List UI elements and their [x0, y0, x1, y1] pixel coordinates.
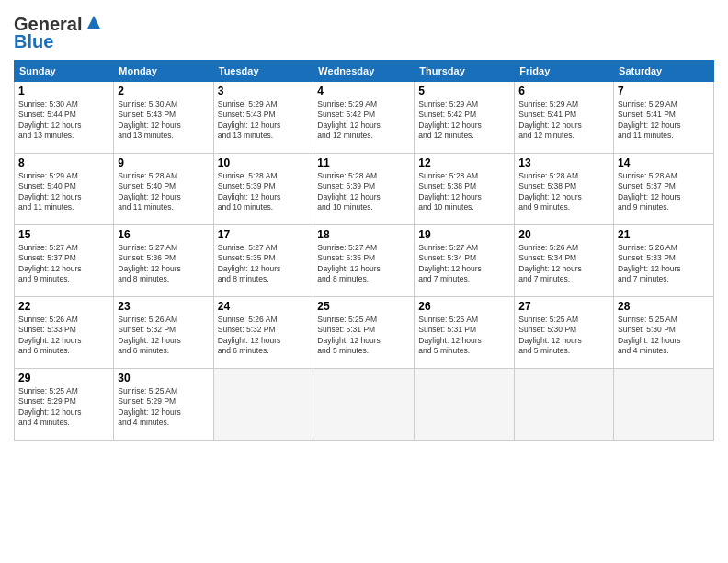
- day-cell-25: 25 Sunrise: 5:25 AM Sunset: 5:31 PM Dayl…: [313, 297, 415, 369]
- day-cell-20: 20 Sunrise: 5:26 AM Sunset: 5:34 PM Dayl…: [515, 225, 614, 297]
- day-number: 2: [118, 85, 209, 98]
- day-number: 17: [218, 228, 310, 241]
- day-number: 11: [317, 156, 410, 169]
- header: General Blue: [14, 14, 714, 52]
- day-cell-18: 18 Sunrise: 5:27 AM Sunset: 5:35 PM Dayl…: [313, 225, 415, 297]
- day-info: Sunrise: 5:25 AM Sunset: 5:29 PM Dayligh…: [18, 386, 109, 429]
- day-cell-2: 2 Sunrise: 5:30 AM Sunset: 5:43 PM Dayli…: [114, 82, 213, 154]
- day-number: 8: [18, 156, 109, 169]
- day-number: 7: [618, 85, 710, 98]
- day-cell-1: 1 Sunrise: 5:30 AM Sunset: 5:44 PM Dayli…: [15, 82, 114, 154]
- day-cell-6: 6 Sunrise: 5:29 AM Sunset: 5:41 PM Dayli…: [515, 82, 614, 154]
- day-info: Sunrise: 5:29 AM Sunset: 5:40 PM Dayligh…: [18, 171, 109, 213]
- day-info: Sunrise: 5:30 AM Sunset: 5:43 PM Dayligh…: [118, 99, 209, 142]
- day-cell-28: 28 Sunrise: 5:25 AM Sunset: 5:30 PM Dayl…: [614, 297, 714, 369]
- day-info: Sunrise: 5:29 AM Sunset: 5:41 PM Dayligh…: [618, 99, 710, 142]
- day-number: 16: [118, 228, 209, 241]
- calendar-row: 29 Sunrise: 5:25 AM Sunset: 5:29 PM Dayl…: [15, 369, 714, 441]
- day-cell-27: 27 Sunrise: 5:25 AM Sunset: 5:30 PM Dayl…: [515, 297, 614, 369]
- day-cell-4: 4 Sunrise: 5:29 AM Sunset: 5:42 PM Dayli…: [313, 82, 415, 154]
- day-cell-11: 11 Sunrise: 5:28 AM Sunset: 5:39 PM Dayl…: [313, 154, 415, 225]
- header-wednesday: Wednesday: [313, 61, 415, 82]
- day-info: Sunrise: 5:28 AM Sunset: 5:37 PM Dayligh…: [618, 171, 710, 213]
- day-cell-3: 3 Sunrise: 5:29 AM Sunset: 5:43 PM Dayli…: [213, 82, 313, 154]
- day-info: Sunrise: 5:30 AM Sunset: 5:44 PM Dayligh…: [18, 99, 109, 142]
- day-info: Sunrise: 5:26 AM Sunset: 5:32 PM Dayligh…: [218, 315, 310, 357]
- day-info: Sunrise: 5:27 AM Sunset: 5:35 PM Dayligh…: [218, 243, 310, 285]
- day-info: Sunrise: 5:29 AM Sunset: 5:42 PM Dayligh…: [418, 99, 510, 142]
- day-number: 21: [618, 228, 710, 241]
- day-info: Sunrise: 5:25 AM Sunset: 5:31 PM Dayligh…: [317, 315, 410, 357]
- weekday-header-row: Sunday Monday Tuesday Wednesday Thursday…: [15, 61, 714, 82]
- header-tuesday: Tuesday: [213, 61, 313, 82]
- day-number: 19: [418, 228, 510, 241]
- day-cell-14: 14 Sunrise: 5:28 AM Sunset: 5:37 PM Dayl…: [614, 154, 714, 225]
- day-info: Sunrise: 5:25 AM Sunset: 5:30 PM Dayligh…: [518, 315, 609, 357]
- day-info: Sunrise: 5:29 AM Sunset: 5:42 PM Dayligh…: [317, 99, 410, 142]
- day-info: Sunrise: 5:27 AM Sunset: 5:34 PM Dayligh…: [418, 243, 510, 285]
- day-info: Sunrise: 5:28 AM Sunset: 5:38 PM Dayligh…: [518, 171, 609, 213]
- day-number: 26: [418, 300, 510, 313]
- day-cell-12: 12 Sunrise: 5:28 AM Sunset: 5:38 PM Dayl…: [415, 154, 515, 225]
- day-cell-26: 26 Sunrise: 5:25 AM Sunset: 5:31 PM Dayl…: [415, 297, 515, 369]
- day-info: Sunrise: 5:25 AM Sunset: 5:29 PM Dayligh…: [118, 386, 209, 429]
- day-info: Sunrise: 5:29 AM Sunset: 5:43 PM Dayligh…: [218, 99, 310, 142]
- calendar-row: 22 Sunrise: 5:26 AM Sunset: 5:33 PM Dayl…: [15, 297, 714, 369]
- day-number: 30: [118, 372, 209, 385]
- day-number: 6: [518, 85, 609, 98]
- day-info: Sunrise: 5:28 AM Sunset: 5:39 PM Dayligh…: [218, 171, 310, 213]
- day-number: 27: [518, 300, 609, 313]
- day-cell-21: 21 Sunrise: 5:26 AM Sunset: 5:33 PM Dayl…: [614, 225, 714, 297]
- calendar-table: Sunday Monday Tuesday Wednesday Thursday…: [14, 60, 714, 441]
- day-number: 9: [118, 156, 209, 169]
- day-info: Sunrise: 5:27 AM Sunset: 5:36 PM Dayligh…: [118, 243, 209, 285]
- day-cell-23: 23 Sunrise: 5:26 AM Sunset: 5:32 PM Dayl…: [114, 297, 213, 369]
- day-number: 29: [18, 372, 109, 385]
- day-cell-19: 19 Sunrise: 5:27 AM Sunset: 5:34 PM Dayl…: [415, 225, 515, 297]
- day-number: 13: [518, 156, 609, 169]
- day-cell-10: 10 Sunrise: 5:28 AM Sunset: 5:39 PM Dayl…: [213, 154, 313, 225]
- day-info: Sunrise: 5:27 AM Sunset: 5:35 PM Dayligh…: [317, 243, 410, 285]
- empty-cell: [614, 369, 714, 441]
- day-cell-22: 22 Sunrise: 5:26 AM Sunset: 5:33 PM Dayl…: [15, 297, 114, 369]
- day-cell-17: 17 Sunrise: 5:27 AM Sunset: 5:35 PM Dayl…: [213, 225, 313, 297]
- day-info: Sunrise: 5:28 AM Sunset: 5:38 PM Dayligh…: [418, 171, 510, 213]
- day-info: Sunrise: 5:26 AM Sunset: 5:33 PM Dayligh…: [18, 315, 109, 357]
- day-cell-16: 16 Sunrise: 5:27 AM Sunset: 5:36 PM Dayl…: [114, 225, 213, 297]
- day-number: 18: [317, 228, 410, 241]
- day-cell-8: 8 Sunrise: 5:29 AM Sunset: 5:40 PM Dayli…: [15, 154, 114, 225]
- empty-cell: [313, 369, 415, 441]
- logo-icon: [84, 12, 104, 32]
- day-number: 1: [18, 85, 109, 98]
- day-number: 3: [218, 85, 310, 98]
- day-number: 24: [218, 300, 310, 313]
- empty-cell: [515, 369, 614, 441]
- day-info: Sunrise: 5:29 AM Sunset: 5:41 PM Dayligh…: [518, 99, 609, 142]
- empty-cell: [415, 369, 515, 441]
- day-number: 22: [18, 300, 109, 313]
- day-number: 14: [618, 156, 710, 169]
- day-number: 5: [418, 85, 510, 98]
- header-friday: Friday: [515, 61, 614, 82]
- day-number: 12: [418, 156, 510, 169]
- day-info: Sunrise: 5:28 AM Sunset: 5:40 PM Dayligh…: [118, 171, 209, 213]
- day-cell-13: 13 Sunrise: 5:28 AM Sunset: 5:38 PM Dayl…: [515, 154, 614, 225]
- svg-marker-0: [87, 16, 100, 29]
- header-saturday: Saturday: [614, 61, 714, 82]
- logo: General Blue: [14, 14, 104, 52]
- day-number: 10: [218, 156, 310, 169]
- day-number: 23: [118, 300, 209, 313]
- day-info: Sunrise: 5:25 AM Sunset: 5:30 PM Dayligh…: [618, 315, 710, 357]
- day-info: Sunrise: 5:26 AM Sunset: 5:32 PM Dayligh…: [118, 315, 209, 357]
- day-info: Sunrise: 5:26 AM Sunset: 5:34 PM Dayligh…: [518, 243, 609, 285]
- day-info: Sunrise: 5:28 AM Sunset: 5:39 PM Dayligh…: [317, 171, 410, 213]
- day-number: 20: [518, 228, 609, 241]
- day-cell-29: 29 Sunrise: 5:25 AM Sunset: 5:29 PM Dayl…: [15, 369, 114, 441]
- day-number: 28: [618, 300, 710, 313]
- header-thursday: Thursday: [415, 61, 515, 82]
- day-number: 15: [18, 228, 109, 241]
- day-info: Sunrise: 5:26 AM Sunset: 5:33 PM Dayligh…: [618, 243, 710, 285]
- day-cell-5: 5 Sunrise: 5:29 AM Sunset: 5:42 PM Dayli…: [415, 82, 515, 154]
- day-cell-30: 30 Sunrise: 5:25 AM Sunset: 5:29 PM Dayl…: [114, 369, 213, 441]
- calendar-row: 1 Sunrise: 5:30 AM Sunset: 5:44 PM Dayli…: [15, 82, 714, 154]
